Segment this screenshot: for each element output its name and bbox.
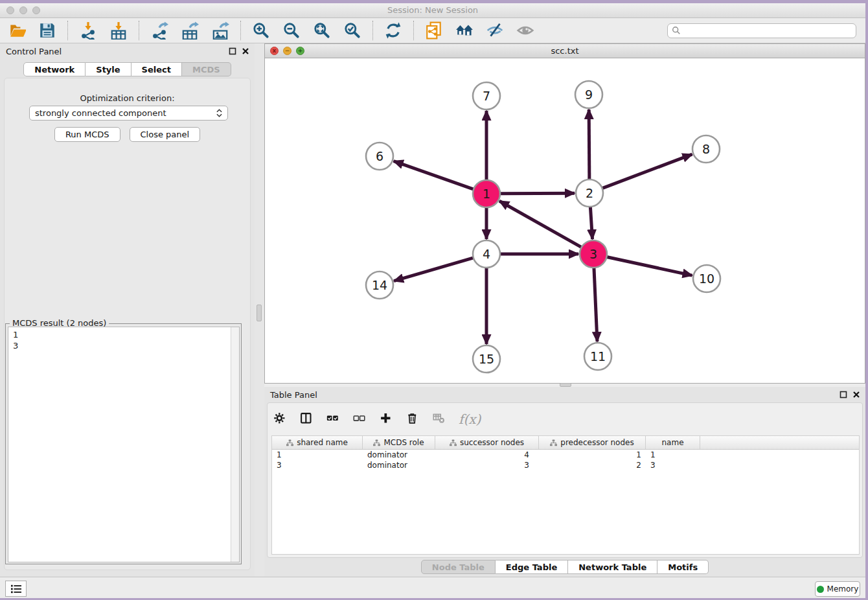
table-row[interactable]: 1dominator411 (272, 450, 859, 460)
hierarchy-icon (550, 439, 557, 446)
graph-edge-2-9[interactable] (589, 110, 589, 179)
column-header-predecessor-nodes[interactable]: predecessor nodes (539, 436, 646, 449)
refresh-icon[interactable] (383, 20, 404, 41)
add-row-icon[interactable] (379, 411, 394, 427)
open-session-icon[interactable] (6, 20, 27, 41)
run-mcds-button[interactable]: Run MCDS (54, 127, 120, 142)
import-network-icon[interactable] (78, 20, 98, 41)
table-row[interactable]: 3dominator323 (272, 460, 859, 470)
node-table[interactable]: shared nameMCDS rolesuccessor nodesprede… (271, 435, 860, 555)
show-eye-icon[interactable] (515, 20, 536, 41)
table-cell[interactable]: 3 (435, 460, 539, 470)
network-from-selection-icon[interactable] (424, 20, 444, 41)
table-cell[interactable]: dominator (363, 450, 435, 460)
import-table-icon[interactable] (108, 20, 129, 41)
table-cell[interactable]: 1 (646, 450, 700, 460)
table-body-panel: f(x) shared nameMCDS rolesuccessor nodes… (267, 402, 863, 558)
network-canvas[interactable]: 7968124314101511 (265, 58, 865, 383)
deselect-all-icon[interactable] (352, 411, 368, 427)
close-table-panel-icon[interactable] (852, 391, 860, 398)
search-field[interactable] (683, 26, 852, 35)
memory-button[interactable]: Memory (815, 581, 860, 597)
float-panel-icon[interactable] (229, 47, 236, 55)
graph-node-11[interactable]: 11 (584, 343, 611, 370)
optimization-criterion-select[interactable]: strongly connected component (29, 106, 228, 121)
graph-node-3[interactable]: 3 (580, 240, 607, 268)
hide-eye-icon[interactable] (485, 20, 505, 41)
tab-edge-table[interactable]: Edge Table (496, 560, 568, 574)
graph-node-10[interactable]: 10 (693, 265, 720, 292)
tab-motifs[interactable]: Motifs (657, 560, 709, 574)
close-panel-button[interactable]: Close panel (130, 127, 201, 142)
table-cell[interactable]: 3 (646, 460, 700, 470)
zoom-selected-icon[interactable] (342, 20, 363, 41)
settings-icon[interactable] (273, 411, 288, 427)
column-header-shared-name[interactable]: shared name (272, 436, 363, 449)
graph-node-2[interactable]: 2 (576, 179, 603, 207)
graph-edge-2-3[interactable] (590, 207, 592, 239)
graph-edge-1-2[interactable] (500, 193, 575, 194)
table-cell[interactable]: 1 (539, 450, 646, 460)
tab-style[interactable]: Style (86, 62, 131, 76)
tab-network-table[interactable]: Network Table (568, 560, 657, 574)
graph-node-8[interactable]: 8 (692, 135, 720, 163)
export-image-icon[interactable] (210, 20, 231, 41)
column-header-MCDS-role[interactable]: MCDS role (363, 436, 435, 449)
export-table-icon[interactable] (179, 20, 200, 41)
column-header-name[interactable]: name (646, 436, 700, 449)
tab-mcds[interactable]: MCDS (182, 62, 231, 76)
home-view-icon[interactable] (454, 20, 475, 41)
toolbar-separator (240, 21, 241, 40)
table-cell[interactable]: dominator (363, 460, 435, 470)
zoom-fit-icon[interactable] (312, 20, 332, 41)
hierarchy-icon (450, 439, 457, 446)
search-input[interactable] (667, 23, 856, 38)
graph-node-1[interactable]: 1 (473, 180, 500, 207)
graph-node-4[interactable]: 4 (473, 240, 500, 268)
graph-node-9[interactable]: 9 (575, 81, 602, 108)
app-window: Session: New Session Control Panel Netwo… (0, 3, 865, 598)
result-scrollbar[interactable] (231, 327, 239, 562)
network-window-titlebar: x − + scc.txt (265, 44, 865, 58)
session-title: Session: New Session (0, 5, 865, 15)
graph-node-6[interactable]: 6 (366, 143, 393, 170)
splitter-handle[interactable] (257, 305, 262, 321)
close-panel-icon[interactable] (242, 47, 249, 55)
graph-node-15[interactable]: 15 (473, 345, 500, 373)
task-history-button[interactable] (5, 581, 27, 597)
zoom-in-icon[interactable] (251, 20, 271, 41)
graph-node-14[interactable]: 14 (366, 271, 393, 299)
select-all-icon[interactable] (326, 411, 341, 427)
network-graph: 7968124314101511 (265, 58, 865, 383)
control-panel: Control Panel NetworkStyleSelectMCDS Opt… (0, 43, 255, 577)
graph-node-label: 7 (483, 89, 490, 103)
delete-table-icon (432, 411, 448, 427)
graph-node-label: 15 (479, 352, 494, 366)
delete-row-icon[interactable] (405, 411, 421, 427)
save-session-icon[interactable] (37, 20, 58, 41)
table-cell[interactable]: 1 (272, 450, 363, 460)
tab-node-table[interactable]: Node Table (421, 560, 496, 574)
mcds-result-list[interactable]: 13 (8, 327, 240, 562)
graph-edge-1-6[interactable] (394, 161, 474, 189)
tab-select[interactable]: Select (131, 62, 182, 76)
table-cell[interactable]: 3 (272, 460, 363, 470)
toolbar-separator (139, 21, 139, 40)
split-view-icon[interactable] (299, 411, 315, 427)
graph-node-7[interactable]: 7 (473, 82, 500, 110)
tab-network[interactable]: Network (23, 62, 86, 76)
search-icon (672, 26, 681, 35)
vertical-splitter[interactable] (255, 43, 264, 577)
graph-edge-3-10[interactable] (607, 257, 692, 275)
graph-edge-4-14[interactable] (394, 258, 474, 281)
export-network-icon[interactable] (149, 20, 170, 41)
zoom-out-icon[interactable] (281, 20, 302, 41)
table-cell[interactable]: 4 (435, 450, 539, 460)
graph-edge-2-8[interactable] (602, 154, 692, 188)
result-line: 3 (13, 340, 239, 351)
float-table-panel-icon[interactable] (839, 391, 847, 398)
table-cell[interactable]: 2 (539, 460, 646, 470)
graph-edge-3-1[interactable] (499, 201, 582, 247)
graph-edge-3-11[interactable] (594, 268, 597, 341)
column-header-successor-nodes[interactable]: successor nodes (435, 436, 539, 449)
